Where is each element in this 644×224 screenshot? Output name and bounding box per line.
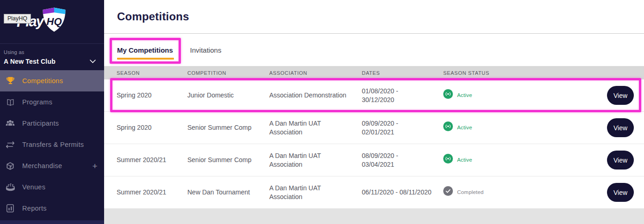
status-label: Active <box>457 156 472 164</box>
sidebar-item-label: Venues <box>22 183 45 191</box>
app-window: PlayHQ Play HQ Using as A New Test Club <box>0 0 644 224</box>
sidebar-item-participants[interactable]: Participants <box>0 113 104 134</box>
view-button[interactable]: View <box>607 151 634 170</box>
competitions-table: SEASON COMPETITION ASSOCIATION DATES SEA… <box>104 66 644 209</box>
association-cell: Association Demonstration <box>269 91 362 100</box>
page-title: Competitions <box>117 10 189 23</box>
season-status-cell: Completed <box>443 186 531 199</box>
sidebar-item-label: Participants <box>22 120 59 127</box>
box-icon <box>4 161 16 171</box>
playhq-tooltip-badge: PlayHQ <box>4 14 31 24</box>
col-dates: DATES <box>362 70 443 76</box>
sidebar-item-label: Programs <box>22 98 52 106</box>
tabs-bar: My Competitions Invitations <box>104 34 644 66</box>
col-season: SEASON <box>104 70 187 76</box>
live-status-icon <box>443 89 453 99</box>
view-button[interactable]: View <box>607 118 634 137</box>
people-icon <box>4 119 16 127</box>
live-status-icon <box>443 154 453 163</box>
competition-cell: Senior Summer Comp <box>187 123 269 132</box>
chevron-down-icon[interactable] <box>90 60 96 63</box>
action-cell: View <box>531 118 644 137</box>
association-cell: A Dan Martin UAT Association <box>269 184 362 201</box>
sidebar-item-transfers-permits[interactable]: Transfers & Permits <box>0 134 104 155</box>
sidebar-item-merchandise[interactable]: Merchandise + <box>0 155 104 176</box>
check-status-icon <box>443 186 453 196</box>
status-label: Active <box>457 91 472 100</box>
col-season-status: SEASON STATUS <box>443 70 531 76</box>
season-cell: Summer 2020/21 <box>104 156 187 164</box>
dates-cell: 08/09/2020 -03/04/2021 <box>362 151 443 169</box>
logo-shield-text: HQ <box>46 16 62 27</box>
open-book-icon <box>4 98 16 107</box>
title-bar: Competitions <box>104 0 644 34</box>
season-status-cell: Active <box>443 154 531 166</box>
sidebar-item-label: Merchandise <box>22 162 62 170</box>
live-status-icon <box>443 121 453 134</box>
tab-my-competitions[interactable]: My Competitions <box>117 46 173 54</box>
association-cell: A Dan Martin UAT Association <box>269 151 362 169</box>
bar-chart-icon <box>4 204 16 213</box>
season-status-cell: Active <box>443 121 531 134</box>
live-status-icon <box>443 121 453 131</box>
status-label: Active <box>457 123 472 132</box>
action-cell: View <box>531 86 644 105</box>
plus-icon[interactable]: + <box>93 162 98 170</box>
col-association: ASSOCIATION <box>269 70 362 76</box>
sidebar-nav: Competitions Programs Participants Trans… <box>0 70 104 219</box>
season-cell: Spring 2020 <box>104 123 187 132</box>
competition-cell: Senior Summer Comp <box>187 156 269 164</box>
sidebar-item-programs[interactable]: Programs <box>0 91 104 113</box>
table-body: Spring 2020 Junior Domestic Association … <box>104 79 644 209</box>
table-row: Summer 2020/21 New Dan Tournament A Dan … <box>104 176 644 209</box>
using-as-label: Using as <box>4 49 100 55</box>
table-row: Spring 2020 Senior Summer Comp A Dan Mar… <box>104 112 644 144</box>
action-cell: View <box>531 183 644 202</box>
sidebar-item-label: Reports <box>22 205 47 212</box>
sidebar-item-venues[interactable]: Venues <box>0 176 104 198</box>
table-header: SEASON COMPETITION ASSOCIATION DATES SEA… <box>104 66 644 79</box>
logo-shield-icon: HQ <box>42 6 67 33</box>
season-cell: Spring 2020 <box>104 91 187 100</box>
season-cell: Summer 2020/21 <box>104 188 187 197</box>
sidebar-item-competitions[interactable]: Competitions <box>0 70 104 91</box>
competition-cell: Junior Domestic <box>187 91 269 100</box>
trophy-icon <box>4 76 16 85</box>
action-cell: View <box>531 151 644 170</box>
status-label: Completed <box>457 188 483 197</box>
sidebar: PlayHQ Play HQ Using as A New Test Club <box>0 0 104 224</box>
live-status-icon <box>443 89 453 102</box>
tab-invitations[interactable]: Invitations <box>190 46 222 54</box>
main-content: Competitions My Competitions Invitations… <box>104 0 644 224</box>
view-button[interactable]: View <box>607 86 634 105</box>
live-status-icon <box>443 154 453 166</box>
dates-cell: 01/08/2020 -30/12/2020 <box>362 87 443 104</box>
stadium-icon <box>4 183 16 192</box>
org-switcher[interactable]: Using as A New Test Club <box>0 44 104 70</box>
tab-label: My Competitions <box>117 46 173 54</box>
table-row: Summer 2020/21 Senior Summer Comp A Dan … <box>104 144 644 176</box>
sidebar-item-label: Transfers & Permits <box>22 141 84 148</box>
season-status-cell: Active <box>443 89 531 102</box>
content-footer-area <box>104 209 644 224</box>
active-tab-underline <box>117 58 174 60</box>
transfer-arrows-icon <box>4 141 16 149</box>
sidebar-item-reports[interactable]: Reports <box>0 198 104 219</box>
sidebar-item-label: Competitions <box>22 77 63 85</box>
view-button[interactable]: View <box>607 183 634 202</box>
dates-cell: 09/09/2020 -02/01/2021 <box>362 119 443 137</box>
sidebar-bottom-strip <box>0 220 104 224</box>
org-name: A New Test Club <box>4 58 56 65</box>
tab-label: Invitations <box>190 46 222 54</box>
logo-row: PlayHQ Play HQ <box>0 0 104 44</box>
competition-cell: New Dan Tournament <box>187 188 269 197</box>
table-row: Spring 2020 Junior Domestic Association … <box>104 79 644 112</box>
check-status-icon <box>443 186 453 199</box>
dates-cell: 06/11/2020 - 08/11/2020 <box>362 188 443 197</box>
association-cell: A Dan Martin UAT Association <box>269 119 362 137</box>
col-competition: COMPETITION <box>187 70 269 76</box>
